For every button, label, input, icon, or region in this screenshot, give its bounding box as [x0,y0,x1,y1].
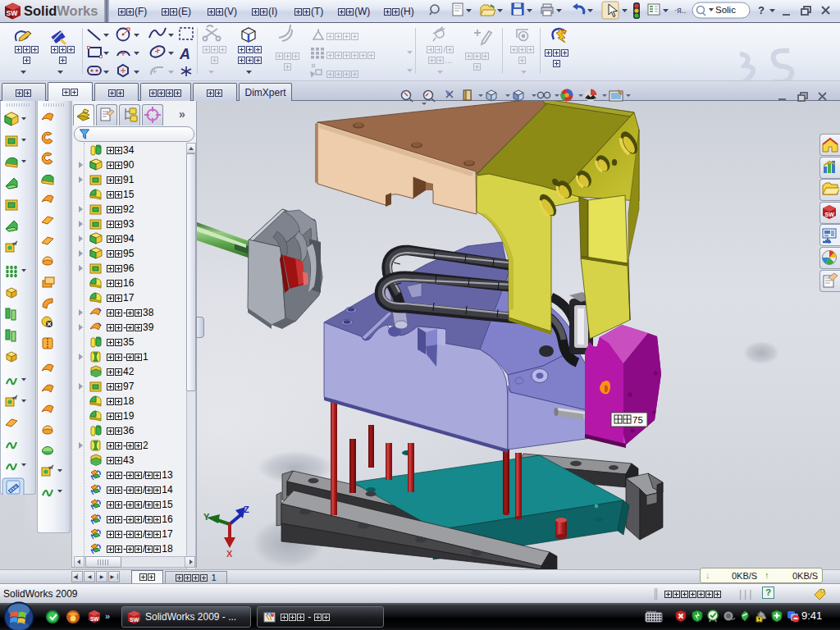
svg-text:Y: Y [203,512,210,522]
svg-text:75: 75 [632,415,643,425]
svg-text:Z: Z [244,504,249,514]
svg-text:?: ? [758,4,765,16]
svg-text:SW: SW [130,617,139,623]
svg-text:A: A [179,46,190,62]
svg-text:keyboard: keyboard [646,610,656,614]
svg-text:»: » [105,611,110,621]
svg-text:SW: SW [90,616,99,622]
svg-text:·я..: ·я.. [674,6,686,15]
svg-text:X: X [226,549,233,559]
svg-text:SW: SW [825,212,835,217]
svg-text:SW: SW [7,9,19,17]
svg-text:Solic: Solic [715,5,736,15]
